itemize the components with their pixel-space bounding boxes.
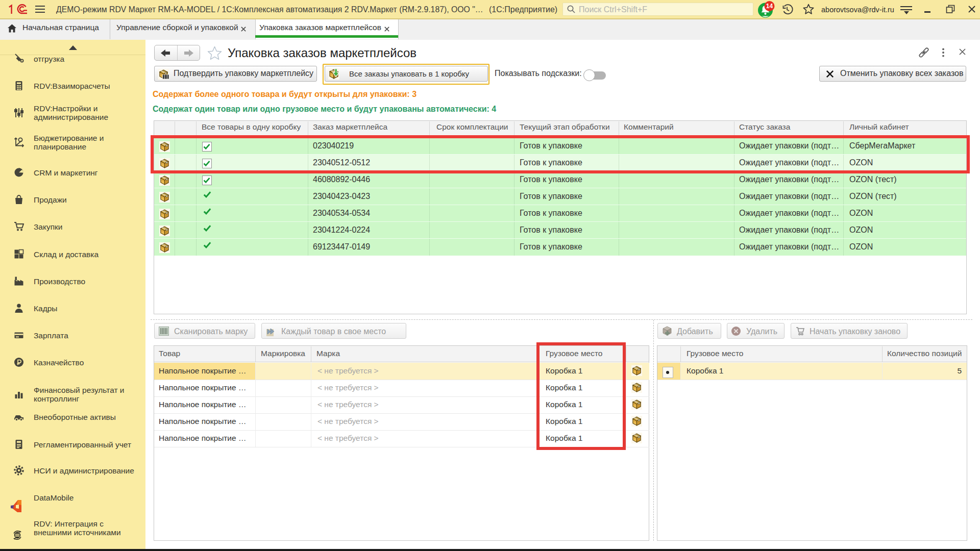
svg-text:14: 14 <box>766 3 773 10</box>
